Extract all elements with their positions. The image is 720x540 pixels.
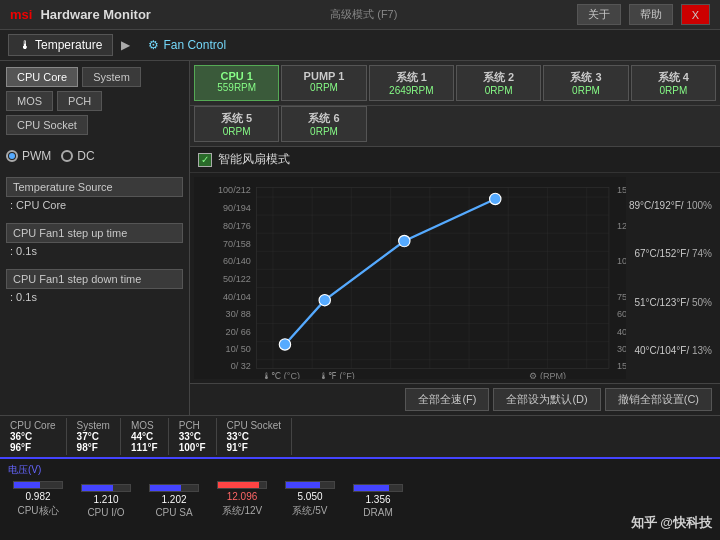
svg-text:40/104: 40/104 (223, 292, 251, 302)
svg-text:7500: 7500 (617, 292, 626, 302)
fan-btn-sys2[interactable]: 系统 2 0RPM (456, 65, 541, 101)
fan-icon: ⚙ (148, 38, 159, 52)
status-cpu-core-val: 36°C (10, 431, 56, 442)
app-title: Hardware Monitor (40, 7, 151, 22)
title-bar-left: msi Hardware Monitor (10, 7, 151, 22)
fan-btn-sys3[interactable]: 系统 3 0RPM (543, 65, 628, 101)
top-tabs: 🌡 Temperature ▶ ⚙ Fan Control (0, 30, 720, 61)
temp-btn-cpu-socket[interactable]: CPU Socket (6, 115, 88, 135)
status-cpu-socket: CPU Socket 33°C 91°F (217, 418, 292, 455)
radio-pwm-label: PWM (22, 149, 51, 163)
volt-item-cpu-io: 1.210 CPU I/O (76, 484, 136, 518)
fan-btn-sys4[interactable]: 系统 4 0RPM (631, 65, 716, 101)
radio-pwm[interactable]: PWM (6, 149, 51, 163)
full-speed-button[interactable]: 全部全速(F) (405, 388, 489, 411)
svg-rect-1 (257, 188, 609, 369)
svg-text:30/ 88: 30/ 88 (226, 309, 251, 319)
status-pch-name: PCH (179, 420, 206, 431)
chart-temp-100-pct: 100% (686, 200, 712, 211)
radio-dc[interactable]: DC (61, 149, 94, 163)
chart-point-1[interactable] (279, 339, 290, 350)
fan-btn-sys6[interactable]: 系统 6 0RPM (281, 106, 366, 142)
radio-pwm-dot (6, 150, 18, 162)
fan-cpu1-rpm: 559RPM (197, 82, 276, 93)
status-system-f: 98°F (77, 442, 110, 453)
temp-btn-system[interactable]: System (82, 67, 141, 87)
fan-btn-sys1[interactable]: 系统 1 2649RPM (369, 65, 454, 101)
status-mos-name: MOS (131, 420, 158, 431)
status-cpu-core: CPU Core 36°C 96°F (0, 418, 67, 455)
svg-text:0/ 32: 0/ 32 (231, 361, 251, 371)
status-pch: PCH 33°C 100°F (169, 418, 217, 455)
volt-bar-cpu-core (14, 482, 40, 488)
chart-temp-13-temp: 40°C/104°F/ (635, 345, 690, 356)
temp-btn-pch[interactable]: PCH (57, 91, 102, 111)
status-system-name: System (77, 420, 110, 431)
chart-temp-74: 67°C/152°F/ 74% (626, 248, 716, 259)
volt-bar-cpu-io (82, 485, 113, 491)
smart-fan-label: 智能风扇模式 (218, 151, 290, 168)
arrow-separator: ▶ (121, 38, 130, 52)
fan-sys5-name: 系统 5 (197, 111, 276, 126)
smart-fan-checkbox[interactable] (198, 153, 212, 167)
volt-bar-sys5v-container (285, 481, 335, 489)
step-down-value: : 0.1s (6, 289, 183, 305)
svg-text:70/158: 70/158 (223, 239, 251, 249)
step-down-label: CPU Fan1 step down time (6, 269, 183, 289)
svg-text:10000: 10000 (617, 256, 626, 266)
volt-name-sys12v: 系统/12V (222, 504, 263, 518)
svg-text:100/212: 100/212 (218, 185, 251, 195)
svg-text:⚙ (RPM): ⚙ (RPM) (529, 371, 566, 379)
mode-label: 高级模式 (F7) (330, 7, 397, 22)
chart-point-3[interactable] (399, 235, 410, 246)
temp-btn-mos[interactable]: MOS (6, 91, 53, 111)
set-default-button[interactable]: 全部设为默认(D) (493, 388, 600, 411)
fan-btn-sys5[interactable]: 系统 5 0RPM (194, 106, 279, 142)
fan-btn-cpu1[interactable]: CPU 1 559RPM (194, 65, 279, 101)
temp-buttons-group: CPU Core System MOS PCH CPU Socket (6, 67, 183, 135)
temp-btn-cpu-core[interactable]: CPU Core (6, 67, 78, 87)
fan-pump1-name: PUMP 1 (284, 70, 363, 82)
fan-btn-pump1[interactable]: PUMP 1 0RPM (281, 65, 366, 101)
fan-sys6-rpm: 0RPM (284, 126, 363, 137)
status-pch-val: 33°C (179, 431, 206, 442)
status-mos-f: 111°F (131, 442, 158, 453)
chart-temp-100-temp: 89°C/192°F/ (629, 200, 684, 211)
chart-temp-13-pct: 13% (692, 345, 712, 356)
fan-pump1-rpm: 0RPM (284, 82, 363, 93)
fan-curve-chart[interactable]: 100/212 90/194 80/176 70/158 60/140 50/1… (194, 177, 626, 379)
svg-text:🌡℃ (°C): 🌡℃ (°C) (262, 371, 300, 379)
fan-cpu1-name: CPU 1 (197, 70, 276, 82)
fan-sys2-name: 系统 2 (459, 70, 538, 85)
chart-point-2[interactable] (319, 294, 330, 305)
watermark: 知乎 @快科技 (631, 514, 712, 532)
svg-text:12500: 12500 (617, 221, 626, 231)
volt-bar-cpu-io-container (81, 484, 131, 492)
close-button[interactable]: X (681, 4, 710, 25)
volt-bar-cpu-core-container (13, 481, 63, 489)
about-button[interactable]: 关于 (577, 4, 621, 25)
status-cpu-core-name: CPU Core (10, 420, 56, 431)
svg-text:50/122: 50/122 (223, 274, 251, 284)
volt-name-sys5v: 系统/5V (292, 504, 327, 518)
chart-temp-100: 89°C/192°F/ 100% (626, 200, 716, 211)
tab-fan-control[interactable]: ⚙ Fan Control (138, 35, 236, 55)
svg-text:4000: 4000 (617, 327, 626, 337)
volt-val-dram: 1.356 (365, 494, 390, 505)
cancel-all-button[interactable]: 撤销全部设置(C) (605, 388, 712, 411)
volt-val-sys5v: 5.050 (297, 491, 322, 502)
radio-dc-label: DC (77, 149, 94, 163)
tab-temperature[interactable]: 🌡 Temperature (8, 34, 113, 56)
chart-temp-74-pct: 74% (692, 248, 712, 259)
left-panel: CPU Core System MOS PCH CPU Socket PWM D… (0, 61, 190, 415)
status-cpu-core-f: 96°F (10, 442, 56, 453)
chart-point-4[interactable] (490, 193, 501, 204)
volt-name-dram: DRAM (363, 507, 392, 518)
step-up-value: : 0.1s (6, 243, 183, 259)
chart-temp-50: 51°C/123°F/ 50% (626, 297, 716, 308)
volt-bar-sys12v (218, 482, 259, 488)
svg-text:6000: 6000 (617, 309, 626, 319)
status-system: System 37°C 98°F (67, 418, 121, 455)
fan-grid-row2: 系统 5 0RPM 系统 6 0RPM (190, 106, 720, 147)
help-button[interactable]: 帮助 (629, 4, 673, 25)
